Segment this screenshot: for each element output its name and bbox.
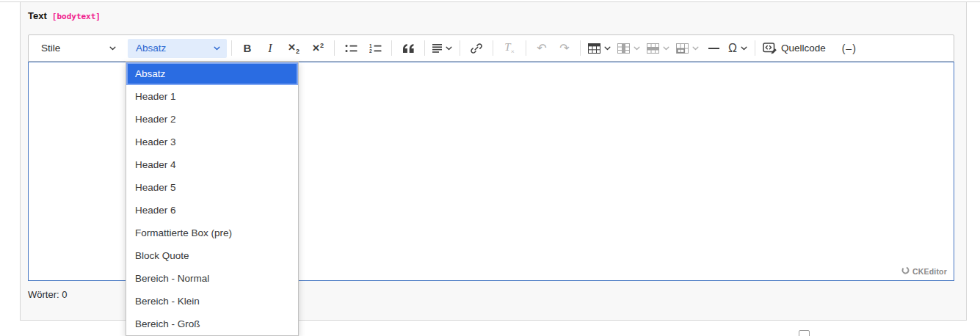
ckeditor-logo-icon: [901, 266, 910, 276]
remove-format-button: T×: [498, 39, 521, 58]
toolbar-separator: [334, 40, 335, 56]
chevron-down-icon: [109, 46, 116, 51]
superscript-icon: ✕2: [312, 42, 324, 54]
menu-item-header-2[interactable]: Header 2: [126, 108, 298, 131]
align-text-icon: [432, 44, 442, 53]
table-column-dropdown-button: [614, 39, 643, 58]
block-quote-icon: [402, 44, 414, 53]
source-code-button[interactable]: Quellcode: [760, 39, 829, 58]
source-code-label: Quellcode: [781, 43, 826, 54]
menu-item-header-5[interactable]: Header 5: [126, 176, 298, 199]
redo-button: ↷: [553, 39, 576, 58]
toolbar-separator: [755, 40, 755, 56]
paragraph-format-menu: Absatz Header 1 Header 2 Header 3 Header…: [126, 62, 299, 336]
omega-icon: Ω: [728, 42, 737, 55]
link-button[interactable]: [465, 39, 488, 58]
paragraph-format-dropdown-button[interactable]: Absatz: [128, 39, 227, 58]
numbered-list-button[interactable]: 1 2: [363, 39, 387, 58]
toolbar-separator: [580, 40, 581, 56]
styles-dropdown-button[interactable]: Stile: [33, 39, 123, 58]
undo-button: ↶: [531, 39, 553, 58]
chevron-down-icon: [741, 46, 747, 51]
field-label-text: Text: [28, 10, 47, 21]
superscript-button[interactable]: ✕2: [306, 39, 330, 58]
toolbar-separator: [460, 40, 460, 56]
menu-item-absatz[interactable]: Absatz: [126, 62, 298, 85]
subscript-button[interactable]: ✕2: [282, 39, 305, 58]
toolbar-separator: [424, 40, 425, 56]
bold-icon: B: [244, 42, 252, 54]
styles-dropdown-label: Stile: [41, 43, 60, 54]
merge-cells-icon: [676, 43, 689, 54]
bold-button[interactable]: B: [236, 39, 258, 58]
bulleted-list-icon: [345, 44, 357, 53]
merge-cells-dropdown-button: [673, 39, 702, 58]
special-characters-dropdown-button[interactable]: Ω: [725, 39, 750, 58]
link-icon: [471, 43, 482, 54]
chevron-down-icon: [604, 46, 611, 51]
field-key: [bodytext]: [52, 12, 101, 21]
redo-icon: ↷: [559, 43, 569, 54]
source-code-icon: [763, 43, 777, 54]
table-icon: [588, 43, 600, 54]
menu-item-bereich-normal[interactable]: Bereich - Normal: [126, 267, 298, 290]
paragraph-format-label: Absatz: [136, 43, 166, 54]
subscript-icon: ✕2: [288, 42, 300, 55]
table-row-dropdown-button: [644, 39, 672, 58]
italic-icon: I: [268, 42, 272, 55]
horizontal-line-button[interactable]: [703, 39, 725, 58]
horizontal-line-icon: [708, 48, 719, 49]
menu-item-header-3[interactable]: Header 3: [126, 131, 298, 153]
chevron-down-icon: [446, 46, 452, 51]
numbered-list-icon: 1 2: [369, 44, 382, 53]
chevron-down-icon: [214, 46, 220, 51]
minimize-field-button[interactable]: (–): [838, 39, 860, 58]
block-quote-button[interactable]: [396, 39, 420, 58]
remove-format-icon: T×: [504, 41, 514, 55]
toolbar-separator: [493, 40, 493, 56]
menu-item-formatted-box-pre[interactable]: Formattierte Box (pre): [126, 222, 298, 244]
toolbar-separator: [231, 40, 232, 56]
menu-item-block-quote[interactable]: Block Quote: [126, 244, 298, 267]
undo-icon: ↶: [537, 43, 546, 54]
menu-item-header-1[interactable]: Header 1: [126, 85, 298, 108]
checkbox[interactable]: [799, 330, 810, 336]
toolbar-separator: [391, 40, 392, 56]
toolbar-separator: [526, 40, 526, 56]
word-count: Wörter: 0: [28, 289, 67, 300]
chevron-down-icon: [663, 46, 669, 51]
svg-text:2: 2: [369, 48, 372, 53]
menu-item-header-6[interactable]: Header 6: [126, 199, 298, 222]
bulleted-list-button[interactable]: [339, 39, 363, 58]
menu-item-bereich-klein[interactable]: Bereich - Klein: [126, 290, 298, 313]
table-column-icon: [617, 43, 630, 54]
menu-item-header-4[interactable]: Header 4: [126, 153, 298, 176]
menu-item-bereich-gross[interactable]: Bereich - Groß: [126, 313, 298, 335]
field-label: Text[bodytext]: [28, 10, 101, 21]
page: Text[bodytext] Stile Absatz B I ✕2 ✕2: [0, 0, 980, 336]
ckeditor-badge[interactable]: CKEditor: [901, 266, 947, 276]
insert-table-dropdown-button[interactable]: [585, 39, 614, 58]
alignment-dropdown-button[interactable]: [429, 39, 455, 58]
chevron-down-icon: [634, 46, 640, 51]
italic-button[interactable]: I: [259, 39, 281, 58]
ckeditor-badge-label: CKEditor: [912, 267, 947, 276]
ckeditor-toolbar: Stile Absatz B I ✕2 ✕2: [28, 34, 954, 62]
table-row-icon: [647, 43, 659, 54]
chevron-down-icon: [692, 46, 699, 51]
